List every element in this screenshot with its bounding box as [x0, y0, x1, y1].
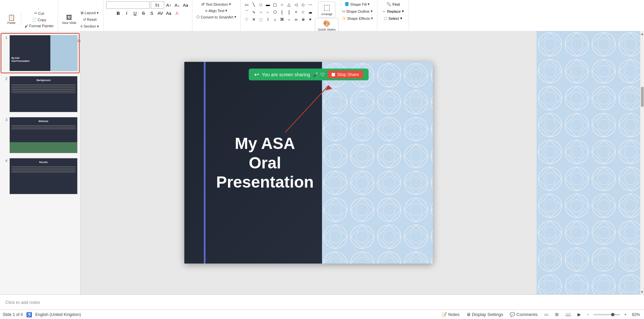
shape-fill-icon: 🪣 [344, 2, 349, 6]
shape-brace[interactable]: { [279, 9, 285, 15]
scroll-down-button[interactable]: ▼ [640, 289, 644, 294]
change-case-button[interactable]: Aa [165, 9, 172, 17]
shadow-button[interactable]: S [148, 9, 155, 17]
bold-button[interactable]: B [114, 9, 122, 17]
slide-thumb-4: Results [9, 158, 78, 194]
main-area: 1 My ASAOral Presentation 2 Background [0, 31, 644, 294]
reset-button[interactable]: ↺ Reset [79, 17, 100, 23]
slide-item-2[interactable]: 2 Background [1, 75, 79, 114]
cut-button[interactable]: ✂ Cut [23, 10, 55, 16]
reading-view-button[interactable]: 📖 [563, 311, 573, 318]
notes-area[interactable]: Click to add notes [0, 294, 644, 310]
copy-button[interactable]: 📄 Copy [23, 17, 55, 23]
align-text-button[interactable]: ≡ Align Text ▾ [204, 8, 229, 13]
replace-icon: ↔ [382, 9, 386, 13]
font-color-button[interactable]: A [173, 9, 181, 17]
slide-item-3[interactable]: 3 Methods [1, 116, 79, 155]
comments-button[interactable]: 💬 Comments [508, 311, 539, 318]
shape-outline-button[interactable]: ▭ Shape Outline ▾ [340, 8, 374, 14]
scroll-up-button[interactable]: ▲ [640, 31, 644, 36]
vertical-scrollbar[interactable]: ▲ ▼ [640, 31, 644, 294]
canvas-wrapper: My ASA Oral Presentation ↩ You are scree… [81, 31, 644, 294]
format-painter-button[interactable]: 🖌 Format Painter [23, 23, 55, 29]
shape-cloud[interactable]: ☁ [307, 9, 314, 15]
canvas-area: My ASA Oral Presentation ↩ You are scree… [81, 31, 537, 294]
slide-thumb-2: Background [9, 76, 78, 112]
shape-custom7[interactable]: ✶ [307, 16, 314, 23]
scroll-thumb[interactable] [641, 87, 644, 107]
shape-larrow[interactable]: ← [265, 9, 271, 15]
normal-view-button[interactable]: ▭ [542, 311, 550, 318]
display-settings-button[interactable]: 🖥 Display Settings [464, 311, 505, 318]
shape-custom2[interactable]: ⌂ [272, 16, 278, 23]
shape-custom3[interactable]: ⌘ [279, 16, 285, 23]
shape-fill-button[interactable]: 🪣 Shape Fill ▾ [340, 1, 374, 7]
shape-custom5[interactable]: ∞ [293, 16, 300, 23]
find-button[interactable]: 🔍 Find [384, 1, 402, 7]
shape-pentagon[interactable]: ⬠ [272, 9, 278, 15]
shape-star[interactable]: ☆ [300, 9, 307, 15]
increase-font-size-button[interactable]: A↑ [165, 1, 173, 9]
slide-thumb-1: My ASAOral Presentation [9, 35, 78, 71]
italic-button[interactable]: I [123, 9, 130, 17]
char-spacing-button[interactable]: AV [156, 9, 164, 17]
shape-custom6[interactable]: ※ [300, 16, 307, 23]
paste-label: Paste [7, 21, 15, 25]
layout-button[interactable]: ⊞ Layout ▾ [79, 10, 100, 16]
notes-icon: 📝 [442, 312, 447, 317]
new-slide-button[interactable]: 🖼 New Slide [61, 13, 78, 26]
shape-effects-button[interactable]: ✨ Shape Effects ▾ [340, 15, 374, 21]
shape-arc[interactable]: ⌒ [243, 9, 250, 15]
font-name-input[interactable] [106, 1, 150, 9]
shape-bracket[interactable]: [ [286, 9, 292, 15]
slide-number-3: 3 [3, 118, 7, 122]
notes-button[interactable]: 📝 Notes [440, 311, 462, 318]
font-size-input[interactable] [151, 1, 164, 9]
paste-button[interactable]: 📋 Paste [4, 13, 19, 26]
select-button[interactable]: ⬚ Select ▾ [382, 15, 404, 21]
shape-rect2[interactable]: □ [258, 1, 264, 8]
shape-triangle[interactable]: △ [286, 1, 292, 8]
slide-item-1[interactable]: 1 My ASAOral Presentation [1, 34, 79, 73]
shape-custom1[interactable]: ⌇ [265, 16, 271, 23]
shape-roundrect[interactable]: ▢ [272, 1, 278, 8]
accessibility-icon: ♿ [26, 312, 32, 317]
shape-line[interactable]: ╲ [250, 1, 257, 8]
decrease-font-size-button[interactable]: A↓ [174, 1, 181, 9]
shape-plus[interactable]: + [293, 9, 300, 15]
underline-button[interactable]: U [131, 9, 139, 17]
slideshow-button[interactable]: ▶ [576, 311, 583, 318]
shape-oval[interactable]: ○ [279, 1, 285, 8]
stop-share-button[interactable]: Stop Share [328, 71, 363, 78]
shape-diamond[interactable]: ◇ [300, 1, 307, 8]
replace-button[interactable]: ↔ Replace ▾ [380, 8, 406, 14]
slide-number-4: 4 [3, 159, 7, 163]
shape-heart[interactable]: ♡ [243, 16, 250, 23]
shape-spiral[interactable]: ◌ [258, 16, 264, 23]
shape-more[interactable]: ⋯ [307, 1, 314, 8]
text-direction-button[interactable]: ⇄ Text Direction ▾ [200, 1, 232, 7]
convert-smartart-button[interactable]: ⬡ Convert to SmartArt ▾ [195, 14, 238, 20]
slide-sorter-button[interactable]: ⊞ [553, 311, 561, 318]
arrange-button[interactable]: ⬚ Arrange [318, 1, 335, 17]
zoom-in-button[interactable]: + [623, 312, 628, 318]
shape-rtriangle[interactable]: ◁ [293, 1, 300, 8]
share-arrow-icon: ↩ [254, 71, 259, 78]
shape-wave[interactable]: ∿ [250, 9, 257, 15]
slide-item-4[interactable]: 4 Results [1, 157, 79, 196]
new-slide-icon: 🖼 [66, 14, 72, 21]
stop-icon [332, 73, 335, 76]
zoom-level[interactable]: 82% [631, 312, 641, 318]
clear-formatting-button[interactable]: Aa [182, 1, 189, 9]
shape-arrow[interactable]: → [258, 9, 264, 15]
new-slide-label: New Slide [62, 21, 77, 25]
shape-cross[interactable]: ✕ [250, 16, 257, 23]
shape-custom4[interactable]: ⌣ [286, 16, 292, 23]
strikethrough-button[interactable]: S [140, 9, 147, 17]
section-button[interactable]: ≡ Section ▾ [79, 24, 100, 29]
zoom-slider[interactable] [593, 314, 620, 315]
shape-rect3[interactable]: ▬ [265, 1, 271, 8]
quick-styles-icon: 🎨 [323, 20, 330, 27]
zoom-out-button[interactable]: − [586, 312, 591, 318]
shape-rect[interactable]: ▭ [243, 1, 250, 8]
